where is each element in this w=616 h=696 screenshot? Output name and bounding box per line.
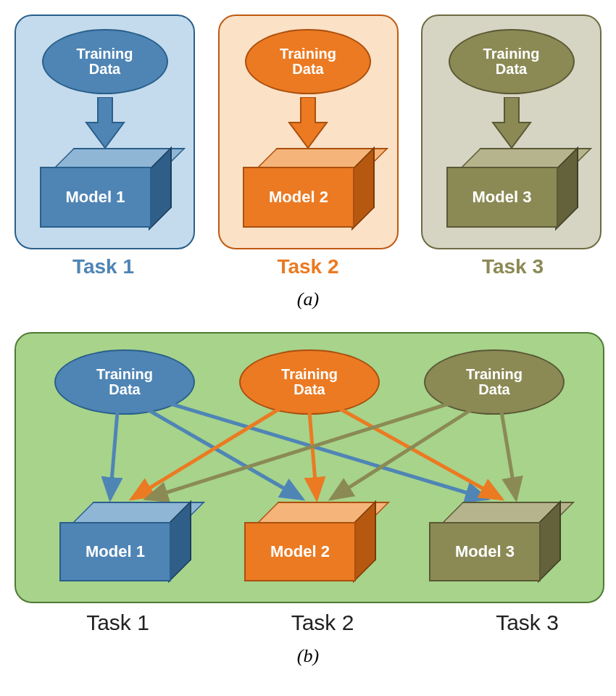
subcaption-a: (a) [297, 289, 319, 310]
data-text: Training [280, 46, 336, 62]
svg-line-7 [331, 409, 473, 499]
arrow-down-icon [490, 97, 533, 148]
model-cuboid-b3: Model 3 [429, 502, 559, 581]
model-label: Model 1 [66, 188, 125, 207]
model-cuboid-1: Model 1 [40, 148, 170, 228]
task-label-b1: Task 1 [29, 610, 207, 635]
model-label: Model 3 [455, 542, 515, 561]
data-text: Data [496, 62, 527, 77]
model-label: Model 3 [473, 188, 532, 207]
model-cuboid-b1: Model 1 [59, 502, 190, 581]
model-cuboid-b2: Model 2 [244, 502, 375, 581]
data-text: Training [483, 46, 540, 62]
panel-b: Training Data Training Data Training Dat… [14, 332, 604, 603]
cuboid-front: Model 3 [446, 167, 558, 228]
model-label: Model 2 [270, 542, 330, 561]
arrow-down-icon [83, 97, 127, 148]
svg-line-5 [335, 406, 501, 499]
figure: Training Data Model 1 Training Data [0, 0, 616, 689]
data-text: Training [77, 46, 133, 62]
model-cuboid-2: Model 2 [243, 148, 373, 228]
model-cuboid-3: Model 3 [446, 148, 577, 228]
arrow-down-icon [286, 97, 330, 148]
svg-line-4 [309, 412, 317, 499]
data-ellipse-1: Training Data [42, 29, 168, 94]
data-ellipse-2: Training Data [245, 29, 371, 94]
task-label-2: Task 2 [220, 255, 397, 278]
panel-a: Training Data Model 1 Training Data [14, 14, 602, 249]
task-label-b3: Task 3 [438, 610, 616, 635]
data-text: Data [292, 62, 323, 77]
data-text: Data [89, 62, 120, 77]
task-card-3: Training Data Model 3 [421, 14, 602, 249]
cuboid-front: Model 1 [59, 522, 171, 581]
panel-b-wrap: Training Data Training Data Training Dat… [14, 332, 602, 635]
task-label-3: Task 3 [424, 255, 602, 278]
task-card-2: Training Data Model 2 [218, 14, 399, 249]
data-ellipse-3: Training Data [449, 29, 575, 94]
task-label-1: Task 1 [14, 255, 192, 278]
svg-line-1 [146, 409, 302, 499]
subcaption-b: (b) [297, 645, 319, 667]
svg-line-8 [501, 412, 516, 499]
svg-line-0 [110, 412, 117, 499]
task-labels-a: Task 1 Task 2 Task 3 [14, 255, 602, 278]
cuboid-front: Model 3 [429, 522, 541, 581]
cuboid-front: Model 1 [40, 167, 151, 228]
model-label: Model 2 [269, 188, 328, 207]
cuboid-front: Model 2 [244, 522, 356, 581]
task-label-b2: Task 2 [234, 610, 412, 635]
cuboid-front: Model 2 [243, 167, 354, 228]
task-labels-b: Task 1 Task 2 Task 3 [29, 610, 616, 635]
svg-line-3 [132, 406, 284, 499]
task-card-1: Training Data Model 1 [14, 14, 195, 249]
model-label: Model 1 [86, 542, 145, 561]
